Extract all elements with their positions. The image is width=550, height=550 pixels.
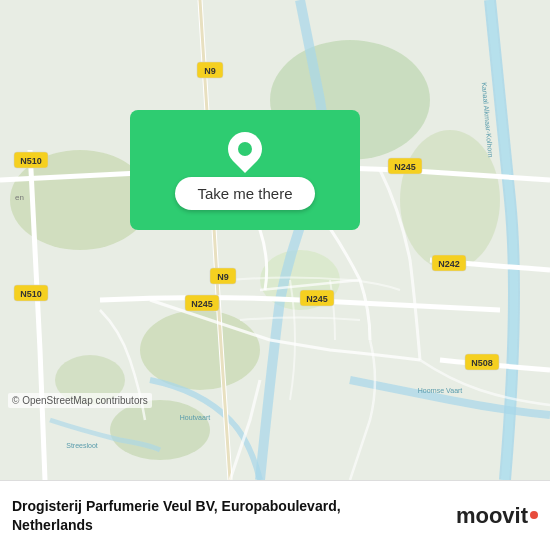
svg-text:N510: N510	[20, 289, 42, 299]
svg-text:N9: N9	[217, 272, 229, 282]
svg-point-6	[110, 400, 210, 460]
svg-text:N245: N245	[191, 299, 213, 309]
location-pin-icon	[227, 131, 263, 167]
svg-text:N508: N508	[471, 358, 493, 368]
svg-point-4	[400, 130, 500, 270]
place-name: Drogisterij Parfumerie Veul BV, Europabo…	[12, 497, 448, 515]
moovit-dot-icon	[530, 511, 538, 519]
svg-text:Hoornse Vaart: Hoornse Vaart	[418, 387, 463, 394]
place-info: Drogisterij Parfumerie Veul BV, Europabo…	[12, 497, 448, 533]
svg-text:Streesloot: Streesloot	[66, 442, 98, 449]
destination-overlay: Take me there	[130, 110, 360, 230]
svg-text:N245: N245	[394, 162, 416, 172]
map-container: N9 N9 N245 N245 N245 N510 N510 N242 N508	[0, 0, 550, 480]
moovit-logo-text: moovit	[456, 503, 528, 529]
svg-text:en: en	[15, 193, 24, 202]
moovit-logo: moovit	[456, 503, 538, 529]
svg-text:N9: N9	[204, 66, 216, 76]
svg-text:Houtvaart: Houtvaart	[180, 414, 210, 421]
svg-text:N245: N245	[306, 294, 328, 304]
svg-text:N510: N510	[20, 156, 42, 166]
svg-text:N242: N242	[438, 259, 460, 269]
bottom-bar: Drogisterij Parfumerie Veul BV, Europabo…	[0, 480, 550, 550]
place-country: Netherlands	[12, 516, 448, 534]
svg-point-2	[140, 310, 260, 390]
take-me-there-button[interactable]: Take me there	[175, 177, 314, 210]
map-copyright: © OpenStreetMap contributors	[8, 393, 152, 408]
